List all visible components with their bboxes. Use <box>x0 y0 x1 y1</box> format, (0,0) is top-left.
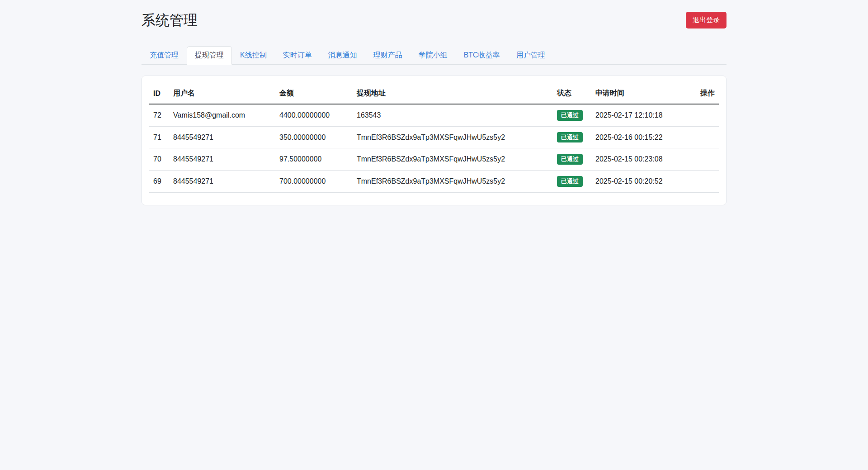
table-header-row: ID 用户名 金额 提现地址 状态 申请时间 操作 <box>149 83 719 104</box>
cell-amount: 97.50000000 <box>275 148 353 171</box>
cell-amount: 350.00000000 <box>275 126 353 148</box>
column-header-id: ID <box>149 83 169 104</box>
column-header-username: 用户名 <box>169 83 275 104</box>
status-badge: 已通过 <box>557 110 583 121</box>
column-header-amount: 金额 <box>275 83 353 104</box>
status-badge: 已通过 <box>557 176 583 187</box>
tab-wealth-products[interactable]: 理财产品 <box>365 46 410 65</box>
cell-time: 2025-02-15 00:23:08 <box>591 148 693 171</box>
cell-amount: 4400.00000000 <box>275 104 353 126</box>
withdrawals-table: ID 用户名 金额 提现地址 状态 申请时间 操作 72 Vamis158@gm… <box>149 83 719 192</box>
status-badge: 已通过 <box>557 154 583 165</box>
cell-action <box>693 104 719 126</box>
cell-username: Vamis158@gmail.com <box>169 104 275 126</box>
withdrawals-card: ID 用户名 金额 提现地址 状态 申请时间 操作 72 Vamis158@gm… <box>142 76 726 205</box>
cell-status: 已通过 <box>553 170 591 192</box>
tab-user-management[interactable]: 用户管理 <box>508 46 553 65</box>
cell-action <box>693 126 719 148</box>
page-title: 系统管理 <box>142 12 198 28</box>
tab-academy-groups[interactable]: 学院小组 <box>410 46 456 65</box>
cell-id: 69 <box>149 170 169 192</box>
tab-recharge-management[interactable]: 充值管理 <box>142 46 187 65</box>
cell-address: TmnEf3R6BSZdx9aTp3MXSFqwJHwU5zs5y2 <box>353 170 553 192</box>
cell-time: 2025-02-16 00:15:22 <box>591 126 693 148</box>
cell-username: 8445549271 <box>169 148 275 171</box>
table-row: 70 8445549271 97.50000000 TmnEf3R6BSZdx9… <box>149 148 719 171</box>
cell-address: TmnEf3R6BSZdx9aTp3MXSFqwJHwU5zs5y2 <box>353 148 553 171</box>
column-header-status: 状态 <box>553 83 591 104</box>
tab-message-notifications[interactable]: 消息通知 <box>320 46 365 65</box>
main-container: 系统管理 退出登录 充值管理 提现管理 K线控制 实时订单 消息通知 理财产品 … <box>142 0 726 205</box>
cell-id: 71 <box>149 126 169 148</box>
cell-id: 70 <box>149 148 169 171</box>
cell-username: 8445549271 <box>169 170 275 192</box>
tab-withdrawal-management[interactable]: 提现管理 <box>187 46 232 65</box>
cell-action <box>693 148 719 171</box>
status-badge: 已通过 <box>557 132 583 143</box>
cell-time: 2025-02-15 00:20:52 <box>591 170 693 192</box>
logout-button[interactable]: 退出登录 <box>686 12 726 28</box>
table-row: 69 8445549271 700.00000000 TmnEf3R6BSZdx… <box>149 170 719 192</box>
tab-realtime-orders[interactable]: 实时订单 <box>275 46 320 65</box>
cell-time: 2025-02-17 12:10:18 <box>591 104 693 126</box>
cell-address: 163543 <box>353 104 553 126</box>
cell-status: 已通过 <box>553 104 591 126</box>
cell-status: 已通过 <box>553 126 591 148</box>
cell-status: 已通过 <box>553 148 591 171</box>
cell-address: TmnEf3R6BSZdx9aTp3MXSFqwJHwU5zs5y2 <box>353 126 553 148</box>
column-header-time: 申请时间 <box>591 83 693 104</box>
column-header-action: 操作 <box>693 83 719 104</box>
tab-bar: 充值管理 提现管理 K线控制 实时订单 消息通知 理财产品 学院小组 BTC收益… <box>142 46 726 65</box>
cell-action <box>693 170 719 192</box>
tab-kline-control[interactable]: K线控制 <box>232 46 275 65</box>
tab-btc-yield[interactable]: BTC收益率 <box>456 46 508 65</box>
page-header: 系统管理 退出登录 <box>142 12 726 28</box>
table-row: 72 Vamis158@gmail.com 4400.00000000 1635… <box>149 104 719 126</box>
cell-id: 72 <box>149 104 169 126</box>
table-row: 71 8445549271 350.00000000 TmnEf3R6BSZdx… <box>149 126 719 148</box>
column-header-address: 提现地址 <box>353 83 553 104</box>
cell-amount: 700.00000000 <box>275 170 353 192</box>
cell-username: 8445549271 <box>169 126 275 148</box>
